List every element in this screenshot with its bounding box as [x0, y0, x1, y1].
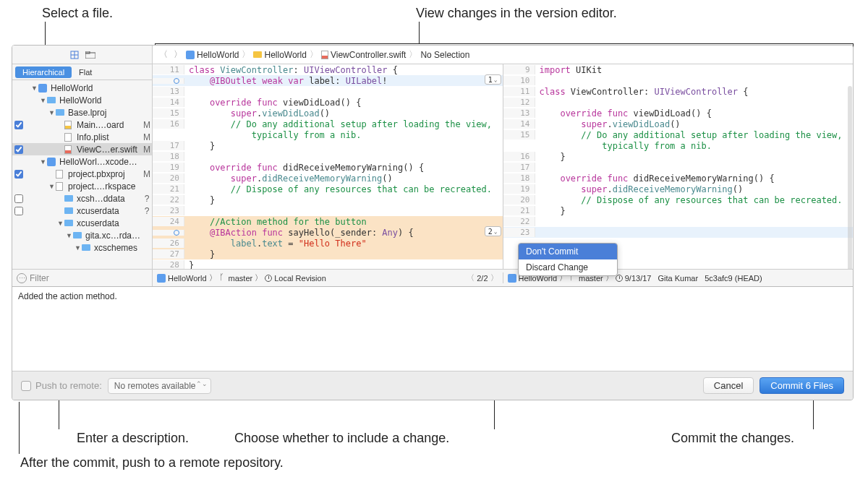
file-icon: [56, 108, 66, 117]
rev-branch[interactable]: master: [229, 274, 253, 283]
tree-row[interactable]: project.pbxprojM: [12, 168, 152, 180]
tree-row[interactable]: ▼project.…rkspace: [12, 180, 152, 192]
layout-icon[interactable]: [69, 50, 80, 60]
code-line: }: [184, 249, 215, 259]
tree-row[interactable]: ▼HelloWorl…xcodeproj: [12, 155, 152, 168]
viewmode-toggle[interactable]: Hierarchical Flat: [12, 64, 152, 80]
tree-row[interactable]: ▼HelloWorld: [12, 82, 152, 94]
viewmode-flat[interactable]: Flat: [72, 66, 99, 78]
gutter: 21: [153, 184, 184, 194]
gutter: [153, 78, 184, 84]
commit-description[interactable]: Added the action method.: [12, 287, 853, 371]
tree-row[interactable]: ▼xcuserdata: [12, 217, 152, 229]
callout-enter-desc: Enter a description.: [77, 431, 189, 446]
remote-select[interactable]: No remotes available: [108, 378, 211, 394]
disclosure-icon[interactable]: ▼: [48, 109, 56, 116]
gutter: 10: [503, 76, 535, 85]
disclosure-icon[interactable]: ▼: [31, 85, 38, 92]
nav-back[interactable]: 〈: [157, 48, 170, 61]
code-line: }: [184, 195, 215, 205]
tree-row[interactable]: ▼Base.lproj: [12, 106, 152, 119]
disclosure-icon[interactable]: ▼: [40, 97, 47, 104]
crumb-proj[interactable]: HelloWorld: [197, 50, 239, 60]
commit-button[interactable]: Commit 6 Files: [760, 377, 844, 394]
tree-row[interactable]: Main.…oardM: [12, 119, 152, 131]
file-status: M: [142, 145, 152, 155]
jumpbar[interactable]: 〈 〉 HelloWorld 〉 HelloWorld 〉 ViewContro…: [153, 46, 853, 64]
code-line: import UIKit: [535, 65, 603, 75]
sidebar-toolbar: [12, 46, 152, 64]
gutter: 17: [503, 163, 535, 172]
disclosure-icon[interactable]: ▼: [57, 220, 64, 227]
chevron-down-icon: ⌄: [494, 228, 498, 235]
crumb-file[interactable]: ViewController.swift: [331, 50, 406, 60]
file-name: ViewC…er.swift: [77, 145, 142, 155]
file-name: Base.lproj: [68, 108, 142, 118]
tree-row[interactable]: ▼xcschemes: [12, 241, 152, 254]
menu-dont-commit[interactable]: Don't Commit: [519, 244, 617, 259]
file-icon: [64, 219, 75, 228]
file-name: HelloWorld: [59, 95, 142, 106]
rev-label[interactable]: Local Revision: [274, 274, 326, 283]
code-split: 11class ViewController: UIViewController…: [153, 64, 853, 269]
push-checkbox[interactable]: [21, 381, 31, 391]
folder-view-icon[interactable]: [85, 50, 96, 60]
gutter: 13: [503, 108, 535, 118]
include-checkbox[interactable]: [14, 145, 23, 154]
code-line: super.viewDidLoad(): [535, 119, 681, 129]
gutter: 11: [153, 65, 184, 74]
scrollbar[interactable]: [848, 86, 852, 269]
gutter: 16: [153, 119, 184, 129]
disclosure-icon[interactable]: ▼: [66, 232, 73, 239]
diff-stepper-2[interactable]: 2⌄: [485, 226, 501, 236]
diff-nav-prev[interactable]: 〈: [467, 272, 475, 283]
callout-push-remote: After the commit, push to a remote repos…: [20, 455, 284, 470]
clock-icon: [265, 275, 272, 282]
left-code-pane[interactable]: 11class ViewController: UIViewController…: [153, 64, 503, 269]
file-status: ?: [142, 194, 152, 204]
cancel-button[interactable]: Cancel: [703, 377, 754, 394]
code-line: }: [535, 206, 566, 216]
gutter: 27: [153, 249, 184, 259]
disclosure-icon[interactable]: ▼: [75, 244, 82, 252]
include-checkbox[interactable]: [14, 121, 23, 129]
include-checkbox[interactable]: [14, 194, 23, 203]
sidebar-filter[interactable]: ⋯ Filter: [12, 269, 152, 286]
tree-row[interactable]: ViewC…er.swiftM: [12, 143, 152, 155]
include-checkbox[interactable]: [14, 170, 23, 179]
disclosure-icon[interactable]: ▼: [48, 183, 56, 190]
crumb-selection[interactable]: No Selection: [420, 50, 469, 60]
gutter: 15: [153, 108, 184, 118]
tree-row[interactable]: xcsh…ddata?: [12, 192, 152, 205]
disclosure-icon[interactable]: ▼: [40, 158, 47, 166]
tree-row[interactable]: ▼HelloWorld: [12, 94, 152, 106]
rev-date[interactable]: 9/13/17: [625, 274, 652, 283]
tree-row[interactable]: Info.plistM: [12, 131, 152, 143]
tree-row[interactable]: ▼gita.xc…rdatad: [12, 229, 152, 241]
callout-commit-changes: Commit the changes.: [671, 431, 794, 446]
file-tree[interactable]: ▼HelloWorld▼HelloWorld▼Base.lprojMain.…o…: [12, 80, 152, 269]
outlet-mark-icon: [174, 230, 179, 236]
rev-proj[interactable]: HelloWorld: [168, 274, 207, 283]
file-name: Main.…oard: [77, 120, 142, 130]
diff-nav-next[interactable]: 〉: [490, 272, 498, 283]
menu-discard-change[interactable]: Discard Change: [519, 259, 617, 275]
crumb-folder[interactable]: HelloWorld: [264, 50, 306, 60]
gutter: 19: [503, 184, 535, 194]
code-line: override func didReceiveMemoryWarning() …: [535, 173, 775, 184]
code-line: typically from a nib.: [184, 130, 361, 140]
diff-stepper-1[interactable]: 1⌄: [485, 74, 501, 85]
include-checkbox[interactable]: [14, 207, 23, 215]
gutter: 20: [153, 173, 184, 183]
right-code-pane[interactable]: 9import UIKit1011class ViewController: U…: [503, 64, 854, 269]
gutter: 21: [503, 206, 535, 215]
swift-file-icon: [321, 51, 328, 59]
code-line: override func viewDidLoad() {: [184, 98, 361, 108]
nav-fwd[interactable]: 〉: [171, 48, 184, 61]
viewmode-hierarchical[interactable]: Hierarchical: [15, 66, 72, 78]
code-line: override func viewDidLoad() {: [535, 108, 712, 119]
file-icon: [47, 96, 57, 105]
tree-row[interactable]: xcuserdata?: [12, 205, 152, 217]
file-icon: [38, 84, 48, 93]
gutter: 24: [153, 217, 184, 226]
